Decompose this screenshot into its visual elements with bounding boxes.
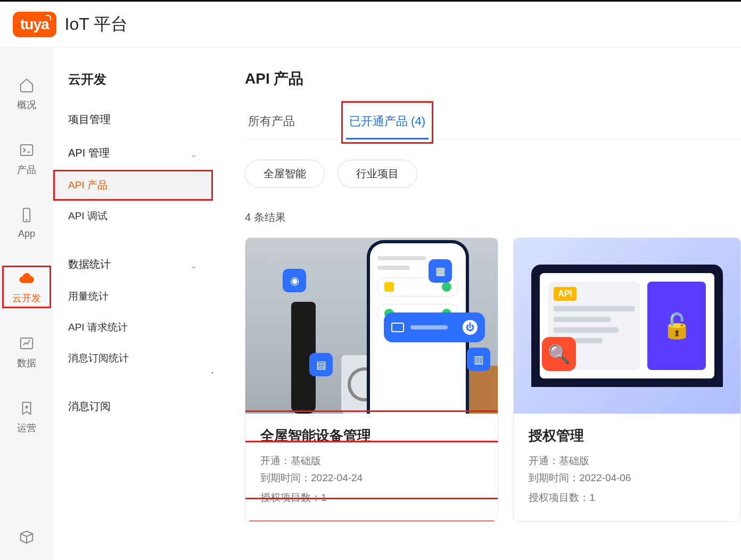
- rail-label: 运营: [17, 422, 36, 434]
- rail-item-overview[interactable]: 概况: [3, 73, 51, 114]
- rail-item-product[interactable]: 产品: [3, 138, 51, 179]
- icon-rail: 概况 产品 App 云开发 数据: [0, 47, 53, 560]
- chevron-up-icon: ⌃: [189, 147, 198, 160]
- sidebar-item-subscribe[interactable]: 消息订阅: [53, 390, 213, 423]
- results-count: 4 条结果: [245, 210, 741, 225]
- platform-title: IoT 平台: [65, 13, 128, 36]
- tab-all-products[interactable]: 所有产品: [245, 106, 298, 139]
- card-thumbnail: ⏻ ◉ ▦ ▤ ▥: [245, 238, 498, 414]
- tabs: 所有产品 已开通产品 (4): [245, 106, 741, 139]
- product-card[interactable]: API 🔓 🔍 授权管理 开通：基础版 到期时间：2022: [513, 237, 741, 522]
- card-thumbnail: API 🔓 🔍: [514, 238, 740, 414]
- rail-item-app[interactable]: App: [3, 203, 51, 243]
- svg-point-2: [26, 219, 27, 220]
- product-card[interactable]: ⏻ ◉ ▦ ▤ ▥ 全屋智能设备管理 开通：基础版 到期时间：2022-04-2…: [245, 237, 498, 522]
- terminal-icon: [18, 141, 36, 159]
- sidebar-item-projects[interactable]: 项目管理: [53, 103, 213, 136]
- home-icon: [18, 76, 36, 94]
- sidebar-title: 云开发: [53, 63, 213, 103]
- card-expire: 到期时间：2022-04-06: [529, 470, 726, 487]
- rail-label: 概况: [17, 98, 36, 111]
- sidebar-label: API 管理: [68, 146, 110, 160]
- rail-item-operations[interactable]: 运营: [3, 396, 51, 438]
- sidebar-sub-msg-stats[interactable]: 消息订阅统计: [53, 343, 213, 374]
- card-expire: 到期时间：2022-04-24: [260, 470, 483, 487]
- sidebar-sub-api-debug[interactable]: API 调试: [53, 201, 213, 232]
- sidebar-sub-api-products[interactable]: API 产品: [53, 170, 213, 201]
- sidebar-sub-req-stats[interactable]: API 请求统计: [53, 312, 213, 343]
- rail-label: App: [18, 228, 35, 240]
- main: API 产品 所有产品 已开通产品 (4) 全屋智能 行业项目 4 条结果: [213, 47, 741, 560]
- rail-label: 云开发: [12, 292, 41, 304]
- phone-icon: [18, 206, 36, 224]
- filter-whole-home[interactable]: 全屋智能: [245, 160, 325, 188]
- card-plan: 开通：基础版: [260, 452, 483, 470]
- rail-item-cloud-dev[interactable]: 云开发: [3, 266, 51, 308]
- svg-rect-0: [21, 145, 33, 155]
- page-title: API 产品: [245, 69, 741, 89]
- sidebar-group-stats[interactable]: 数据统计 ⌃: [53, 248, 213, 281]
- cloud-icon: [18, 269, 36, 287]
- tab-enabled-products[interactable]: 已开通产品 (4): [346, 106, 429, 139]
- filter-industry[interactable]: 行业项目: [337, 160, 417, 188]
- rail-item-data[interactable]: 数据: [3, 331, 51, 373]
- sidebar-label: 项目管理: [68, 112, 111, 127]
- package-icon: [18, 528, 36, 546]
- bookmark-icon: [18, 399, 36, 417]
- card-plan: 开通：基础版: [529, 452, 726, 470]
- rail-item-more[interactable]: [3, 525, 51, 549]
- app-header: tuya IoT 平台: [0, 2, 741, 47]
- chart-icon: [18, 334, 36, 352]
- chevron-up-icon: ⌃: [189, 258, 198, 271]
- card-title: 授权管理: [529, 426, 726, 445]
- sidebar-label: 数据统计: [68, 257, 111, 271]
- rail-label: 产品: [17, 163, 36, 176]
- card-auth-count: 授权项目数：1: [529, 489, 726, 506]
- sidebar-group-api[interactable]: API 管理 ⌃: [53, 136, 213, 170]
- cards-row: ⏻ ◉ ▦ ▤ ▥ 全屋智能设备管理 开通：基础版 到期时间：2022-04-2…: [245, 237, 741, 522]
- tuya-logo: tuya: [13, 12, 56, 37]
- sidebar-label: 消息订阅: [68, 399, 111, 414]
- rail-label: 数据: [17, 357, 36, 369]
- sidebar-sub-usage[interactable]: 用量统计: [53, 281, 213, 312]
- filter-pills: 全屋智能 行业项目: [245, 160, 741, 188]
- sidebar: 云开发 项目管理 API 管理 ⌃ API 产品 API 调试 数据统计 ⌃ 用…: [53, 47, 213, 560]
